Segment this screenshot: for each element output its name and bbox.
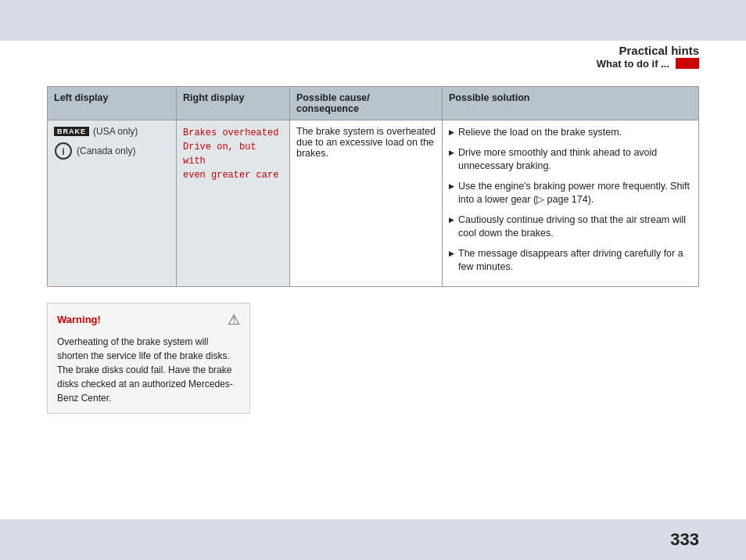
svg-text:i: i (62, 146, 64, 157)
col-header-solution: Possible solution (443, 87, 699, 120)
solution-item: Cautiously continue driving so that the … (449, 214, 692, 241)
warning-body: Overheating of the brake system will sho… (57, 335, 240, 405)
col-header-right-display: Right display (177, 87, 290, 120)
canada-circle-icon: i (54, 142, 73, 160)
table-row: BRAKE (USA only) i (Canada only) B (48, 120, 699, 287)
warning-title: Warning! (57, 314, 101, 325)
info-table: Left display Right display Possible caus… (47, 86, 699, 287)
usa-label: (USA only) (93, 126, 138, 137)
brake-badge: BRAKE (54, 127, 89, 136)
warning-header: Warning! ⚠ (57, 311, 240, 328)
col-header-left-display: Left display (48, 87, 177, 120)
page-number: 333 (670, 529, 699, 550)
solution-list: Relieve the load on the brake system. Dr… (449, 126, 692, 275)
top-bar (0, 0, 746, 41)
solution-item: Drive more smoothly and think ahead to a… (449, 146, 692, 174)
warning-box: Warning! ⚠ Overheating of the brake syst… (47, 303, 250, 414)
bottom-bar: 333 (0, 519, 746, 560)
cause-cell: The brake system is overheated due to an… (290, 120, 443, 287)
main-content: Left display Right display Possible caus… (47, 86, 699, 490)
right-display-cell: Brakes overheatedDrive on, but witheven … (177, 120, 290, 287)
col-header-cause: Possible cause/consequence (290, 87, 443, 120)
section-subtitle: What to do if ... (597, 58, 669, 70)
solution-item: The message disappears after driving car… (449, 247, 692, 275)
solution-cell: Relieve the load on the brake system. Dr… (443, 120, 699, 287)
warning-triangle-icon: ⚠ (228, 311, 240, 328)
solution-item: Use the engine's braking power more freq… (449, 180, 692, 207)
usa-row: BRAKE (USA only) (54, 126, 170, 137)
section-title-area: Practical hints What to do if ... (0, 41, 746, 72)
canada-label: (Canada only) (77, 145, 135, 156)
solution-item: Relieve the load on the brake system. (449, 126, 692, 140)
left-display-cell: BRAKE (USA only) i (Canada only) (48, 120, 177, 287)
red-accent-block (676, 58, 699, 69)
canada-row: i (Canada only) (54, 142, 170, 160)
section-title: Practical hints (619, 44, 699, 58)
right-display-text: Brakes overheatedDrive on, but witheven … (183, 126, 283, 182)
section-subtitle-row: What to do if ... (597, 58, 699, 70)
